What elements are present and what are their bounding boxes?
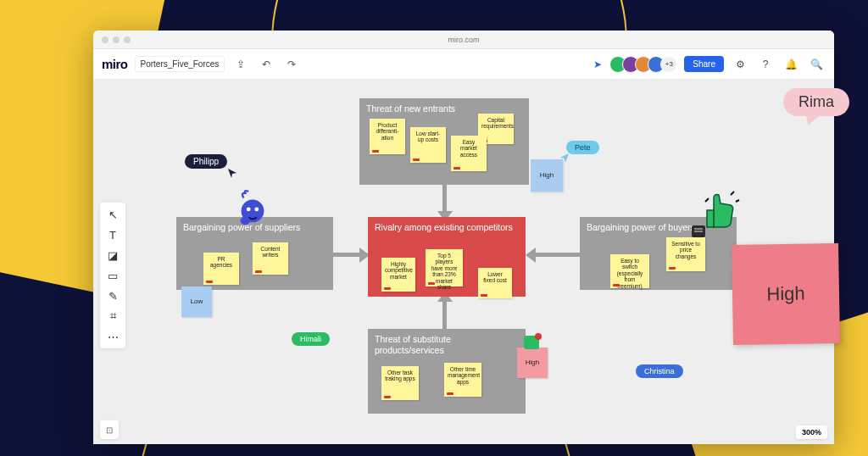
arrow-left	[332, 253, 361, 257]
user-name: Philipp	[193, 157, 219, 166]
minimap-toggle-icon[interactable]: ⊡	[100, 420, 119, 439]
undo-icon[interactable]: ↶	[257, 55, 275, 74]
top-toolbar: miro Porters_Five_Forces ⇪ ↶ ↷ ➤ +3 Shar…	[93, 49, 834, 80]
sticky-note[interactable]: Top 5 players have more than 23% market …	[426, 249, 463, 286]
sticky-text: Other task traking apps	[385, 370, 415, 381]
sticky-note[interactable]: Other time management apps	[444, 363, 481, 397]
sticky-note[interactable]: Other task traking apps	[381, 366, 419, 400]
sticky-text: Low	[191, 298, 203, 305]
dot-zoom[interactable]	[124, 36, 131, 43]
pen-tool-icon[interactable]: ✎	[106, 289, 120, 303]
sticky-note[interactable]: Sensitive to price changes	[666, 237, 705, 271]
help-icon[interactable]: ?	[756, 55, 775, 74]
sticky-text: Other time management apps	[448, 366, 480, 385]
canvas[interactable]: Threat of new entrants Product differant…	[93, 80, 834, 444]
rating-sticky[interactable]: High	[517, 348, 548, 378]
search-icon[interactable]: 🔍	[807, 55, 826, 74]
miro-logo[interactable]: miro	[102, 57, 128, 71]
svg-point-3	[241, 217, 251, 225]
frame-title: Rivalry among existing competitors	[375, 222, 519, 233]
arrow-top	[442, 184, 447, 213]
sticky-note[interactable]: Highly competitive market	[381, 258, 415, 292]
shape-tool-icon[interactable]: ▭	[106, 269, 120, 282]
user-name: Christina	[644, 367, 675, 375]
more-tools-icon[interactable]: ⋯	[106, 330, 120, 343]
settings-sliders-icon[interactable]: ⚙	[731, 55, 749, 74]
sticky-note[interactable]: Lower fixed cost	[478, 268, 512, 298]
frame-tool-icon[interactable]: ⌗	[106, 309, 120, 323]
sticky-text: High	[540, 171, 554, 179]
sticky-text: Content writers	[261, 246, 281, 258]
app-window: miro.com miro Porters_Five_Forces ⇪ ↶ ↷ …	[93, 31, 834, 444]
frame-title: Threat of substitute products/services	[375, 334, 519, 355]
user-cursor-christina: Christina	[636, 364, 683, 378]
user-name: Pete	[575, 143, 591, 152]
left-toolbox: ↖ T ◪ ▭ ✎ ⌗ ⋯	[100, 203, 125, 348]
sticky-text: Easy to switch (especially from freemium…	[617, 258, 643, 289]
user-name: Rima	[798, 93, 834, 110]
bell-icon[interactable]: 🔔	[782, 55, 800, 74]
user-name: Himali	[300, 335, 321, 343]
sticky-text: High	[526, 359, 539, 366]
svg-point-1	[247, 208, 251, 212]
user-cursor-rima: Rima	[783, 88, 849, 116]
arrow-bottom	[442, 300, 447, 329]
sticky-note[interactable]: Easy market access	[451, 136, 487, 171]
sticky-text: Lower fixed cost	[483, 271, 506, 283]
address-url: miro.com	[448, 36, 479, 44]
sticky-text: Top 5 players have more than 23% market …	[431, 253, 458, 290]
rating-sticky[interactable]: Low	[181, 286, 212, 317]
rating-sticky[interactable]: High	[531, 159, 563, 192]
sticky-note[interactable]: Content writers	[253, 242, 288, 275]
share-button[interactable]: Share	[684, 56, 724, 72]
sticky-note[interactable]: Low start-up costs	[410, 127, 446, 163]
mac-chrome-bar: miro.com	[93, 31, 834, 49]
sticky-text: Highly competitive market	[385, 261, 413, 280]
sticky-text: PR agencies	[210, 256, 232, 268]
comment-badge-icon[interactable]	[524, 336, 539, 349]
sticky-note[interactable]: PR agencies	[203, 253, 239, 285]
user-cursor-himali: Himali	[292, 332, 330, 346]
sticky-note[interactable]: Product differanti-ation	[370, 119, 405, 154]
sticky-tool-icon[interactable]: ◪	[106, 248, 120, 262]
board-name[interactable]: Porters_Five_Forces	[135, 56, 225, 72]
svg-rect-4	[707, 210, 714, 227]
rating-sticky-big[interactable]: High	[732, 243, 840, 345]
cursor-arrow-icon	[227, 168, 239, 180]
thumbs-up-sticker[interactable]	[698, 190, 741, 232]
text-tool-icon[interactable]: T	[106, 228, 120, 242]
user-cursor-philipp: Philipp	[185, 154, 227, 169]
zoom-level[interactable]: 300%	[796, 425, 827, 439]
sticky-text: Product differanti-ation	[376, 122, 399, 141]
export-icon[interactable]: ⇪	[231, 55, 250, 74]
cursor-arrow-icon	[559, 153, 570, 163]
select-tool-icon[interactable]: ↖	[106, 208, 120, 221]
sticky-text: Easy market access	[460, 139, 477, 158]
avatar-overflow[interactable]: +3	[660, 56, 677, 73]
dot-minimize[interactable]	[113, 36, 120, 43]
sticky-text: Low start-up costs	[416, 131, 441, 142]
presence-avatars[interactable]: +3	[614, 56, 677, 73]
user-cursor-pete: Pete	[566, 141, 599, 154]
arrow-right	[534, 253, 580, 257]
window-dots	[102, 36, 131, 43]
sticky-text: Capital requirements	[481, 117, 514, 129]
redo-icon[interactable]: ↷	[282, 55, 301, 74]
sticky-note[interactable]: Easy to switch (especially from freemium…	[610, 254, 649, 288]
thinking-face-sticker[interactable]	[232, 188, 273, 229]
arrow-head-right	[526, 247, 536, 263]
svg-point-2	[254, 208, 259, 212]
dot-close[interactable]	[102, 36, 108, 43]
sticky-text: Sensitive to price changes	[671, 241, 700, 259]
cursor-mode-icon[interactable]: ➤	[588, 55, 607, 74]
sticky-text: High	[766, 283, 805, 306]
frame-title: Threat of new entrants	[366, 103, 522, 114]
